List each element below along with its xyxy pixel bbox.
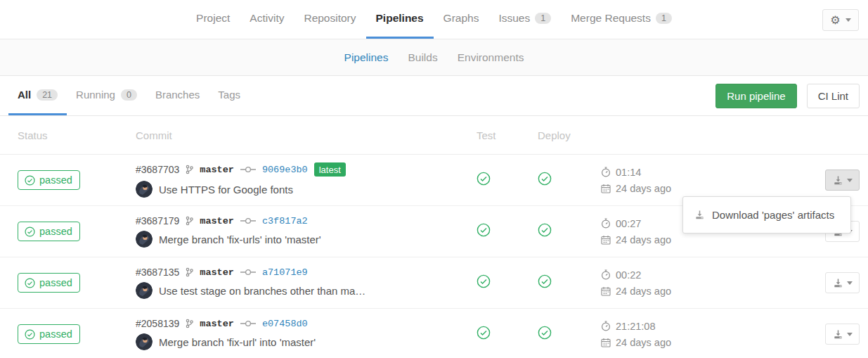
test-stage-status[interactable] — [477, 274, 491, 291]
status-label: passed — [39, 277, 72, 288]
download-artifacts-button[interactable] — [825, 170, 860, 191]
nav-item-graphs[interactable]: Graphs — [434, 0, 489, 39]
pipeline-row: passed #2058139 master e07458d0 Merge br… — [0, 309, 868, 358]
subnav-item-builds[interactable]: Builds — [398, 51, 447, 64]
stopwatch-icon — [601, 269, 611, 280]
dropdown-item-label: Download 'pages' artifacts — [712, 209, 834, 221]
avatar — [136, 231, 153, 248]
pipeline-duration: 00:22 — [616, 269, 641, 281]
time-cell: 00:22 24 days ago — [601, 269, 713, 297]
pipeline-id-link[interactable]: #3687179 — [136, 215, 179, 226]
nav-item-label: Repository — [304, 12, 356, 25]
tab-label: Branches — [155, 89, 200, 101]
pipeline-id-link[interactable]: #2058139 — [136, 318, 179, 329]
subnav-item-pipelines[interactable]: Pipelines — [335, 51, 399, 64]
download-icon — [694, 210, 705, 220]
test-stage-status[interactable] — [477, 172, 491, 188]
commit-cell: #3687135 master a71071e9 Use test stage … — [136, 267, 477, 299]
tab-running[interactable]: Running 0 — [67, 76, 146, 115]
chevron-down-icon — [847, 179, 853, 182]
nav-item-activity[interactable]: Activity — [240, 0, 294, 39]
download-artifacts-button[interactable] — [825, 324, 860, 345]
deploy-stage-status[interactable] — [538, 274, 552, 291]
commit-message-link[interactable]: Merge branch 'fix-url' into 'master' — [159, 336, 316, 348]
branch-icon — [186, 165, 193, 174]
time-cell: 01:14 24 days ago — [601, 167, 713, 194]
test-stage-cell — [477, 172, 538, 188]
run-pipeline-button[interactable]: Run pipeline — [715, 84, 796, 108]
branch-link[interactable]: master — [200, 165, 234, 175]
deploy-stage-status[interactable] — [538, 223, 552, 240]
branch-link[interactable]: master — [200, 319, 234, 329]
pipeline-finished-time: 24 days ago — [616, 286, 671, 297]
status-badge[interactable]: passed — [18, 273, 80, 293]
status-badge[interactable]: passed — [18, 170, 80, 190]
commit-icon — [240, 269, 256, 276]
nav-item-issues[interactable]: Issues 1 — [488, 0, 561, 39]
download-pages-artifacts-item[interactable]: Download 'pages' artifacts — [683, 203, 850, 227]
tab-tags[interactable]: Tags — [209, 76, 250, 115]
chevron-down-icon — [847, 333, 853, 336]
status-label: passed — [39, 328, 72, 340]
deploy-stage-status[interactable] — [538, 326, 552, 343]
status-badge[interactable]: passed — [18, 222, 80, 241]
commit-sha-link[interactable]: a71071e9 — [262, 267, 308, 278]
branch-link[interactable]: master — [200, 216, 234, 226]
project-settings-button[interactable]: ⚙ — [822, 9, 859, 31]
actions-cell — [713, 170, 860, 191]
check-circle-icon — [538, 326, 552, 340]
nav-item-merge-requests[interactable]: Merge Requests 1 — [561, 0, 682, 39]
test-stage-status[interactable] — [477, 326, 491, 343]
nav-item-label: Project — [196, 12, 230, 25]
branch-link[interactable]: master — [200, 267, 234, 278]
download-artifacts-button[interactable] — [825, 272, 860, 293]
commit-icon — [240, 166, 256, 173]
pipeline-finished-time: 24 days ago — [616, 234, 671, 245]
tab-label: All — [18, 89, 31, 101]
status-cell: passed — [8, 222, 136, 241]
test-stage-cell — [477, 274, 538, 291]
test-stage-status[interactable] — [477, 223, 491, 240]
pipeline-id-link[interactable]: #3687135 — [136, 267, 179, 278]
commit-message-link[interactable]: Use test stage on branches other than ma… — [159, 285, 365, 297]
commit-message-link[interactable]: Merge branch 'fix-urls' into 'master' — [159, 234, 321, 245]
deploy-stage-cell — [538, 326, 601, 343]
commit-sha-link[interactable]: e07458d0 — [262, 319, 308, 329]
status-badge[interactable]: passed — [18, 324, 80, 344]
deploy-stage-cell — [538, 223, 601, 240]
pipeline-duration: 01:14 — [616, 167, 641, 178]
tab-branches[interactable]: Branches — [146, 76, 209, 115]
chevron-down-icon — [846, 18, 851, 22]
test-stage-cell — [477, 223, 538, 240]
project-nav: Project Activity Repository Pipelines Gr… — [0, 0, 868, 39]
nav-item-label: Activity — [250, 12, 284, 25]
check-circle-icon — [25, 226, 35, 237]
header-deploy: Deploy — [538, 129, 601, 141]
nav-item-repository[interactable]: Repository — [294, 0, 365, 39]
pipeline-finished-time: 24 days ago — [616, 337, 671, 348]
actions-cell — [713, 324, 860, 345]
pipelines-toolbar: All 21 Running 0 Branches Tags Run pipel… — [0, 76, 868, 116]
stopwatch-icon — [601, 218, 611, 229]
chevron-down-icon — [847, 281, 853, 285]
commit-sha-link[interactable]: c3f817a2 — [262, 216, 308, 226]
header-status: Status — [8, 129, 136, 141]
nav-item-label: Pipelines — [376, 12, 424, 25]
tab-all[interactable]: All 21 — [8, 76, 67, 115]
nav-item-label: Graphs — [443, 12, 479, 25]
nav-item-project[interactable]: Project — [186, 0, 240, 39]
commit-message-link[interactable]: Use HTTPS for Google fonts — [159, 184, 293, 196]
deploy-stage-status[interactable] — [538, 172, 552, 188]
check-circle-icon — [538, 223, 552, 237]
pipeline-id-link[interactable]: #3687703 — [136, 164, 179, 175]
check-circle-icon — [477, 326, 491, 340]
subnav-item-environments[interactable]: Environments — [448, 51, 534, 64]
ci-lint-button[interactable]: CI Lint — [807, 84, 860, 108]
commit-cell: #2058139 master e07458d0 Merge branch 'f… — [136, 318, 477, 350]
header-test: Test — [477, 129, 538, 141]
branch-icon — [186, 216, 193, 226]
avatar — [136, 282, 153, 299]
avatar — [136, 333, 153, 350]
nav-item-pipelines[interactable]: Pipelines — [366, 0, 434, 39]
commit-sha-link[interactable]: 9069e3b0 — [262, 165, 308, 175]
